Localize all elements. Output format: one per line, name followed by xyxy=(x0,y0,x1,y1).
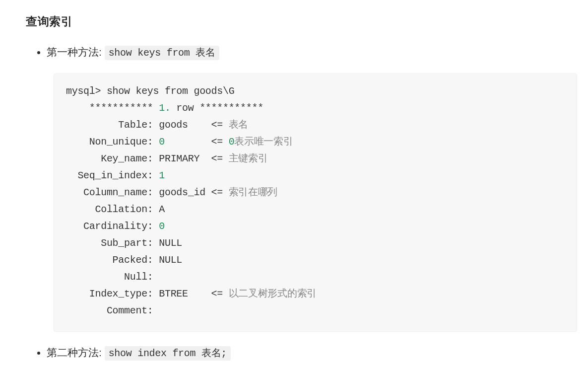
code-line: Collation: A xyxy=(66,204,165,215)
code-line: Cardinality: 0 xyxy=(66,221,165,232)
inline-code: show keys from 表名 xyxy=(105,46,219,60)
method-label: 第一种方法: xyxy=(47,46,105,58)
code-line: Seq_in_index: 1 xyxy=(66,170,165,181)
code-line: Null: xyxy=(66,271,153,283)
list-item: 第二种方法: show index from 表名; xyxy=(47,343,578,363)
code-line: Index_type: BTREE <= 以二叉树形式的索引 xyxy=(66,288,317,299)
method-list: 第一种方法: show keys from 表名 xyxy=(26,42,578,63)
list-item: 第一种方法: show keys from 表名 xyxy=(47,42,578,63)
code-line: Sub_part: NULL xyxy=(66,237,182,249)
code-line: Table: goods <= 表名 xyxy=(66,119,248,131)
code-line: mysql> show keys from goods\G xyxy=(66,85,234,97)
document-page: 查询索引 第一种方法: show keys from 表名 mysql> sho… xyxy=(0,0,588,373)
section-heading: 查询索引 xyxy=(26,14,578,29)
inline-code: show index from 表名; xyxy=(105,346,231,361)
code-line: Comment: xyxy=(66,305,153,316)
code-line: Column_name: goods_id <= 索引在哪列 xyxy=(66,187,277,198)
code-content: mysql> show keys from goods\G **********… xyxy=(66,83,565,319)
code-line: *********** 1. row *********** xyxy=(66,102,263,114)
method-label: 第二种方法: xyxy=(47,347,105,358)
method-list-continued: 第二种方法: show index from 表名; 第三种方法（信息比较简略）… xyxy=(26,343,578,373)
code-block: mysql> show keys from goods\G **********… xyxy=(54,74,577,332)
list-item: 第三种方法（信息比较简略）： desc 表名； xyxy=(47,370,578,373)
code-line: Packed: NULL xyxy=(66,254,182,266)
code-line: Key_name: PRIMARY <= 主键索引 xyxy=(66,153,267,164)
code-line: Non_unique: 0 <= 0表示唯一索引 xyxy=(66,136,293,148)
